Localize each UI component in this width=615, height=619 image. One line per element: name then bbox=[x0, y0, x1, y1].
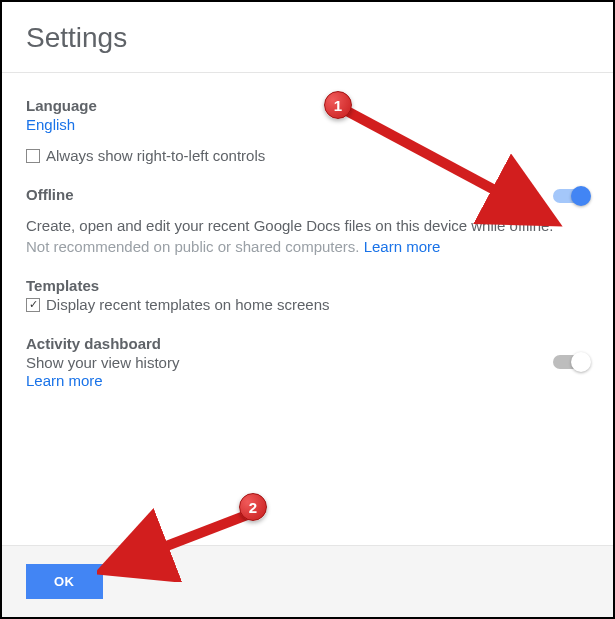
offline-note-text: Not recommended on public or shared comp… bbox=[26, 238, 360, 255]
rtl-checkbox-label: Always show right-to-left controls bbox=[46, 147, 265, 164]
page-title: Settings bbox=[26, 22, 589, 54]
settings-content: Language English Always show right-to-le… bbox=[2, 73, 613, 407]
templates-heading: Templates bbox=[26, 277, 589, 294]
offline-toggle[interactable] bbox=[553, 189, 589, 203]
templates-section: Templates Display recent templates on ho… bbox=[26, 277, 589, 313]
offline-note: Not recommended on public or shared comp… bbox=[26, 238, 589, 255]
footer-bar: OK bbox=[2, 545, 613, 617]
language-section: Language English Always show right-to-le… bbox=[26, 97, 589, 164]
activity-toggle[interactable] bbox=[553, 355, 589, 369]
callout-badge-1: 1 bbox=[324, 91, 352, 119]
callout-badge-2: 2 bbox=[239, 493, 267, 521]
language-value-link[interactable]: English bbox=[26, 116, 589, 133]
rtl-checkbox[interactable] bbox=[26, 149, 40, 163]
activity-learn-more-link[interactable]: Learn more bbox=[26, 372, 553, 389]
offline-section: Offline Create, open and edit your recen… bbox=[26, 186, 589, 255]
language-heading: Language bbox=[26, 97, 589, 114]
offline-heading: Offline bbox=[26, 186, 74, 203]
offline-description: Create, open and edit your recent Google… bbox=[26, 215, 589, 236]
offline-learn-more-link[interactable]: Learn more bbox=[364, 238, 441, 255]
ok-button[interactable]: OK bbox=[26, 564, 103, 599]
activity-description: Show your view history bbox=[26, 354, 553, 371]
templates-checkbox[interactable] bbox=[26, 298, 40, 312]
activity-section: Activity dashboard Show your view histor… bbox=[26, 335, 589, 389]
activity-heading: Activity dashboard bbox=[26, 335, 553, 352]
settings-header: Settings bbox=[2, 2, 613, 73]
templates-checkbox-label: Display recent templates on home screens bbox=[46, 296, 329, 313]
rtl-checkbox-row: Always show right-to-left controls bbox=[26, 147, 589, 164]
